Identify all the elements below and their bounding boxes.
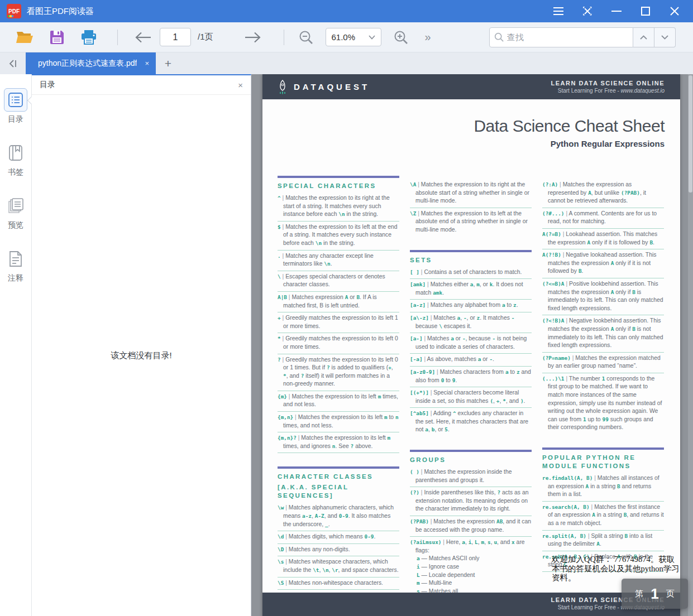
entry-pipe: | [287,393,291,400]
toolbar-divider [117,30,118,45]
pdf-header-band: DATAQUEST LEARN DATA SCIENCE ONLINE Star… [262,74,680,99]
cheat-entry: ^ | Matches the expression to its right … [278,192,399,222]
zoom-out-button[interactable] [299,30,313,45]
flag-line: i — Ignore case [415,563,532,571]
sidebar-item-bookmarks[interactable]: 书签 [0,141,31,177]
flag-meaning: — Locale dependent [420,572,475,578]
entry-code: A|B [278,294,287,300]
section-title: SETS [410,256,532,264]
sidebar-item-annotations[interactable]: 注释 [0,247,31,283]
inline-code: - [489,356,493,362]
menu-icon[interactable] [551,4,566,18]
page-total-label: /1页 [198,32,213,42]
search-icon [494,32,504,42]
inline-code: amk [433,290,442,296]
sidebar-item-toc[interactable]: 目录 [0,88,31,124]
inline-code: B [624,512,627,518]
document-tab[interactable]: python正则表达式速查表.pdf × [26,52,156,74]
cheat-entry: A(?=B) | Lookahead assertion. This match… [542,229,664,249]
inline-code: 9 [452,377,456,383]
entry-pipe: | [419,469,424,475]
entry-code: {m} [278,393,287,400]
vertical-scrollbar[interactable] [688,74,693,616]
find-next-button[interactable] [654,27,676,47]
find-prev-button[interactable] [633,27,654,47]
inline-code: a [505,369,509,375]
entry-pipe: | [565,281,569,287]
minimize-icon[interactable] [609,4,624,18]
prev-page-button[interactable] [135,32,151,43]
inline-code: b [432,426,435,432]
entry-pipe: | [284,559,288,565]
sidebar-item-preview[interactable]: 预览 [0,194,31,230]
entry-pipe: | [281,335,285,341]
sheet-title-block: Data Science Cheat Sheet Python Regular … [474,117,665,148]
inline-code: A [586,483,589,489]
entry-code: (?) [410,489,419,495]
entry-code: ( ) [410,469,419,475]
scrollbar-thumb[interactable] [689,75,692,192]
inline-code: A [611,326,614,332]
entry-pipe: | [416,210,420,216]
cheat-entry: {m} | Matches the expression to its left… [278,391,399,412]
inline-code: n [395,414,399,420]
tab-scroll-left-button[interactable] [0,52,26,74]
cheat-column: SPECIAL CHARACTERS^ | Matches the expres… [278,176,399,616]
inline-code: s [488,539,491,545]
inline-code: a [457,315,461,321]
entry-pipe: | [419,489,424,495]
section-title: POPULAR PYTHON RE MODULE FUNCTIONS [542,454,664,470]
print-button[interactable] [80,30,97,45]
page-indicator-number: 1 [651,585,658,603]
inline-code: - [493,335,496,341]
maximize-icon[interactable] [638,4,653,18]
next-page-button[interactable] [245,32,261,43]
tab-bar: python正则表达式速查表.pdf × + [0,52,693,74]
inline-code: - [462,335,466,341]
cheat-entry: \w | Matches alphanumeric characters, wh… [278,502,399,531]
flag-line: a — Matches ASCII only [415,555,532,563]
cheat-entry: + | Greedily matches the expression to i… [278,312,399,333]
preview-icon [8,198,23,214]
inline-code: a [502,302,505,308]
entry-pipe: | [561,252,566,258]
inline-code: i [469,539,472,545]
inline-code: a [470,281,474,287]
entry-code: (?#...) [542,210,565,216]
print-icon [80,30,97,45]
entry-pipe: | [429,518,433,524]
panel-close-icon[interactable]: × [238,80,243,90]
inline-code: 99 [603,416,609,422]
inline-code: 0-9 [365,533,374,540]
flag-line: L — Locale dependent [415,571,532,580]
inline-code: B [579,268,582,274]
entry-pipe: | [281,253,285,259]
open-file-button[interactable] [16,30,35,45]
inline-code: (?PAB) [621,190,640,196]
entry-pipe: | [571,355,575,361]
tab-close-icon[interactable]: × [145,59,149,68]
entry-pipe: | [281,315,285,321]
cheat-entry: ( ) | Matches the expression inside the … [410,466,532,487]
zoom-level-select[interactable]: 61.0% [326,28,381,46]
more-tools-button[interactable]: » [425,31,431,44]
cheat-entry: [^ab5] | Adding ^ excludes any character… [410,408,532,436]
search-input[interactable] [507,32,628,42]
inline-code: A [588,190,591,196]
inline-code: \n [322,567,328,573]
cheat-column: (?:A) | Matches the expression as repres… [542,176,664,616]
entry-pipe: | [284,580,288,586]
zoom-in-button[interactable] [394,30,408,45]
inline-code: B [632,289,635,295]
close-icon[interactable] [667,4,682,18]
entry-pipe: | [423,335,427,341]
section-title: SPECIAL CHARACTERS [278,182,399,190]
page-number-input[interactable] [160,28,191,46]
document-area[interactable]: DATAQUEST LEARN DATA SCIENCE ONLINE Star… [251,74,693,616]
new-tab-button[interactable]: + [156,52,180,74]
inline-code: \n [338,211,345,217]
fullscreen-icon[interactable] [580,4,595,18]
section-divider-bar [278,176,399,178]
cheat-section: \A | Matches the expression to its right… [410,176,532,237]
save-button[interactable] [49,30,65,45]
